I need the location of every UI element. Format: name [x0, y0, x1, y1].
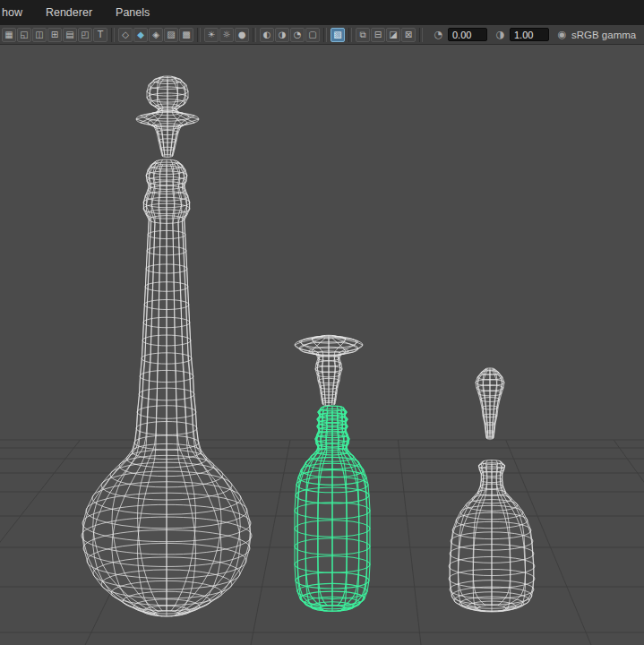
toolbar-separator	[323, 28, 327, 42]
xray-display-icon[interactable]: ⧉	[356, 28, 370, 42]
gamma-group: ◑	[494, 28, 549, 41]
panel-layout-single-icon[interactable]: ▦	[2, 28, 16, 42]
menu-panels[interactable]: Panels	[116, 6, 150, 19]
panel-layout-two-icon[interactable]: ◫	[32, 28, 47, 42]
camera-image-plane-icon[interactable]: ◪	[386, 28, 400, 42]
exposure-group: ◔	[432, 28, 487, 41]
smooth-shaded-icon[interactable]: ◈	[149, 28, 163, 42]
panel-toolbar: ▦◱◫⊞▤◰T◇◆◈▨▩☀☼●◐◑◔▢▧⧉⊟◪⊠ ◔ ◑ ◉ sRGB gamm…	[0, 25, 644, 45]
panel-persp-icon[interactable]: ◰	[78, 28, 92, 42]
toolbar-separator	[419, 28, 423, 42]
all-lights-icon[interactable]: ☼	[219, 28, 234, 42]
default-lighting-icon[interactable]: ☀	[204, 28, 219, 42]
plain-panel-icon[interactable]: ▢	[305, 28, 320, 42]
colorspace-group: ◉ sRGB gamma	[555, 28, 636, 41]
colorspace-label[interactable]: sRGB gamma	[571, 30, 636, 40]
tall-decanter-bottle[interactable]	[82, 159, 252, 618]
panel-text-icon[interactable]: T	[93, 28, 107, 42]
sphere-material-icon[interactable]: ◐	[260, 28, 274, 42]
toolbar-icon-strip: ▦◱◫⊞▤◰T◇◆◈▨▩☀☼●◐◑◔▢▧⧉⊟◪⊠	[2, 28, 425, 42]
checker-display-icon[interactable]: ▩	[179, 28, 193, 42]
toolbar-separator	[253, 28, 256, 42]
isolate-select-icon[interactable]: ▧	[331, 28, 345, 42]
panel-layout-split-icon[interactable]: ⊞	[47, 28, 62, 42]
gamma-input[interactable]	[510, 28, 549, 41]
xray-joints-icon[interactable]: ⊟	[371, 28, 385, 42]
viewport-canvas[interactable]	[0, 0, 644, 645]
color-management-icon[interactable]: ◉	[555, 28, 569, 41]
grease-pencil-icon[interactable]: ⊠	[401, 28, 416, 42]
small-bell-bottle[interactable]	[449, 460, 535, 614]
toolbar-separator	[111, 28, 115, 42]
selected-bottle[interactable]	[295, 405, 370, 613]
exposure-input[interactable]	[448, 28, 487, 41]
panel-layout-four-icon[interactable]: ◱	[17, 28, 31, 42]
round-top-stopper[interactable]	[295, 335, 363, 408]
small-bottle-stopper[interactable]	[476, 368, 504, 441]
panel-outliner-icon[interactable]: ▤	[63, 28, 77, 42]
shaded-display-icon[interactable]: ◆	[133, 28, 148, 42]
motion-blur-icon[interactable]: ◔	[290, 28, 305, 42]
sphere-texture-icon[interactable]: ◑	[275, 28, 289, 42]
toolbar-separator	[348, 28, 352, 42]
shadows-icon[interactable]: ●	[235, 28, 249, 42]
menu-renderer[interactable]: Renderer	[46, 6, 92, 19]
tall-decanter-stopper[interactable]	[136, 75, 199, 159]
toolbar-separator	[197, 28, 201, 42]
menu-show[interactable]: how	[2, 6, 22, 19]
menubar: how Renderer Panels	[0, 0, 644, 25]
wireframe-display-icon[interactable]: ◇	[118, 28, 133, 42]
gamma-icon[interactable]: ◑	[494, 28, 507, 41]
textured-display-icon[interactable]: ▨	[164, 28, 178, 42]
exposure-icon[interactable]: ◔	[432, 28, 445, 41]
